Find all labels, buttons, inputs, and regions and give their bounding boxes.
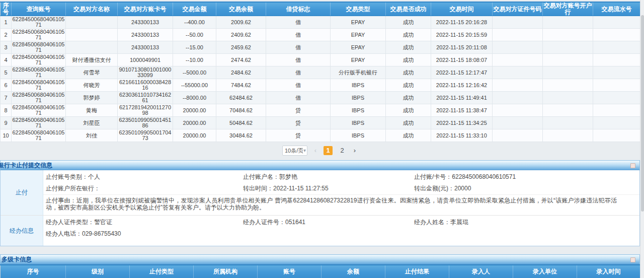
table-cell: 6228450068040610571 <box>12 92 66 104</box>
table-cell: 2022-11-15 20:15:59 <box>431 29 493 41</box>
table-cell: 9010713080100100033099 <box>118 66 173 79</box>
table-cell <box>593 104 640 117</box>
table-cell: 成功 <box>386 117 431 129</box>
table-cell: 借 <box>266 41 331 54</box>
table-cell <box>593 29 640 41</box>
table-cell: 2022-11-15 11:33:10 <box>431 129 493 142</box>
table-cell <box>493 66 543 79</box>
table-cell: 6235010990500145186 <box>118 117 173 129</box>
table-cell: IBPS <box>331 92 386 104</box>
table-cell <box>543 29 593 41</box>
stop-payment-reason: 止付事由：近期，我单位在接报刘妮被骗警情中，发现涉案人员利用贵单位相关账户 曹鸿… <box>43 194 639 213</box>
table-cell: 6228450068040610571 <box>12 16 66 29</box>
table-cell: 6228450068040610571 <box>12 79 66 92</box>
table-cell: --8000.00 <box>173 92 216 104</box>
table-row: 106228450068040610571刘佳62350109905001704… <box>1 129 640 142</box>
column-header: 交易对方证件号码 <box>493 2 543 16</box>
stop-payment-group-content: 止付账号类别：个人 止付账户名：郭梦艳 止付账/卡号：6228450068040… <box>43 170 639 215</box>
table-cell: 7 <box>1 92 12 104</box>
column-header: 止付结果 <box>385 265 449 278</box>
table-cell: 6228450068040610571 <box>12 54 66 66</box>
column-header: 序号 <box>1 265 66 278</box>
table-row: 56228450068040610571何雪琴90107130801001000… <box>1 66 640 79</box>
header-row: 序号级别止付类型所属机构账号余额止付结果录入人录入单位录入时间 <box>1 265 640 278</box>
page-button-2[interactable]: 2 <box>338 146 347 155</box>
table-cell: --50.00 <box>173 29 216 41</box>
column-header: 止付类型 <box>130 265 194 278</box>
table-cell: 1 <box>1 16 12 29</box>
table-cell: 成功 <box>386 29 431 41</box>
table-cell: 20000.00 <box>173 117 216 129</box>
table-cell <box>543 54 593 66</box>
table-cell: 2022-11-15 20:11:08 <box>431 41 493 54</box>
table-cell <box>593 66 640 79</box>
table-cell: 6228450068040610571 <box>12 104 66 117</box>
column-header: 所属机构 <box>194 265 258 278</box>
table-cell: 6228450068040610571 <box>12 41 66 54</box>
multi-card-section: 多级卡信息 序号级别止付类型所属机构账号余额止付结果录入人录入单位录入时间1一级… <box>0 254 640 278</box>
table-cell <box>543 92 593 104</box>
table-row: 76228450068040610571郭梦婷62303611010734162… <box>1 92 640 104</box>
handler-info-group: 经办信息 经办人证件类型：警官证 经办人证件号：051641 经办人姓名：李晨琨… <box>1 215 639 246</box>
column-header: 余额 <box>321 265 385 278</box>
column-header: 交易时间 <box>431 2 493 16</box>
table-cell: 20000.00 <box>173 129 216 142</box>
table-cell: --55000.00 <box>173 79 216 92</box>
field-handler-id-type: 经办人证件类型：警官证 <box>46 218 243 227</box>
table-cell <box>493 41 543 54</box>
table-cell: --10.00 <box>173 54 216 66</box>
table-cell: 2022-11-15 20:16:28 <box>431 16 493 29</box>
column-header: 交易类型 <box>331 2 386 16</box>
table-cell: 20000.00 <box>173 104 216 117</box>
table-cell: 1000049901 <box>118 54 173 66</box>
page-size-select[interactable]: 10条/页 ▾ <box>282 146 307 156</box>
vertical-scrollbar[interactable] <box>640 0 644 278</box>
field-handler-name: 经办人姓名：李晨琨 <box>414 218 639 227</box>
table-cell: 6216611600003842816 <box>118 79 173 92</box>
table-cell: EPAY <box>331 16 386 29</box>
column-header: 级别 <box>66 265 130 278</box>
page-button-1[interactable]: 1 <box>324 146 333 155</box>
stop-payment-group-label: 止付 <box>1 170 43 215</box>
table-cell: 6 <box>1 79 12 92</box>
table-cell <box>66 16 118 29</box>
table-cell <box>593 16 640 29</box>
table-cell <box>493 16 543 29</box>
column-header: 交易对方账卡号 <box>118 2 173 16</box>
scrollbar-thumb[interactable] <box>641 15 644 212</box>
table-cell: 10 <box>1 129 12 142</box>
table-cell <box>593 41 640 54</box>
table-cell <box>493 104 543 117</box>
table-cell <box>543 79 593 92</box>
page-size-value: 10条/页 <box>285 147 303 155</box>
table-cell: 2022-11-15 18:08:07 <box>431 54 493 66</box>
multi-card-table: 序号级别止付类型所属机构账号余额止付结果录入人录入单位录入时间1一级第三方止付中… <box>0 264 640 278</box>
table-cell: 借 <box>266 92 331 104</box>
table-cell <box>543 66 593 79</box>
stop-payment-section-title: 银行卡止付提交信息 <box>0 161 52 170</box>
table-cell: 6217281942001127098 <box>118 104 173 117</box>
column-header: 交易金额 <box>173 2 216 16</box>
collapse-icon[interactable] <box>630 257 635 262</box>
table-cell: 8 <box>1 104 12 117</box>
column-header: 录入时间 <box>577 265 640 278</box>
stop-payment-body: 止付 止付账号类别：个人 止付账户名：郭梦艳 止付账/卡号：6228450068… <box>0 170 640 246</box>
field-transfer-amount: 转出金额(元)：20000 <box>414 184 639 193</box>
next-page-icon[interactable]: › <box>352 146 358 155</box>
column-header: 借贷标志 <box>266 2 331 16</box>
collapse-icon[interactable] <box>630 163 635 168</box>
table-cell: 2484.62 <box>216 66 266 79</box>
column-header: 录入单位 <box>513 265 577 278</box>
table-cell: 62484.62 <box>216 92 266 104</box>
transactions-table: 序号查询账号交易对方名称交易对方账卡号交易金额交易余额借贷标志交易类型交易是否成… <box>0 2 640 142</box>
table-cell <box>593 92 640 104</box>
table-cell: 6228450068040610571 <box>12 66 66 79</box>
field-account-bank: 止付账户所在银行： <box>46 184 243 193</box>
table-cell: 50484.62 <box>216 117 266 129</box>
table-cell: 贷 <box>266 129 331 142</box>
column-header: 交易对方账号开户行 <box>543 2 593 16</box>
column-header: 查询账号 <box>12 2 66 16</box>
prev-page-icon[interactable]: ‹ <box>312 146 318 155</box>
table-cell: 6228450068040610571 <box>12 29 66 41</box>
table-cell: 7484.62 <box>216 79 266 92</box>
